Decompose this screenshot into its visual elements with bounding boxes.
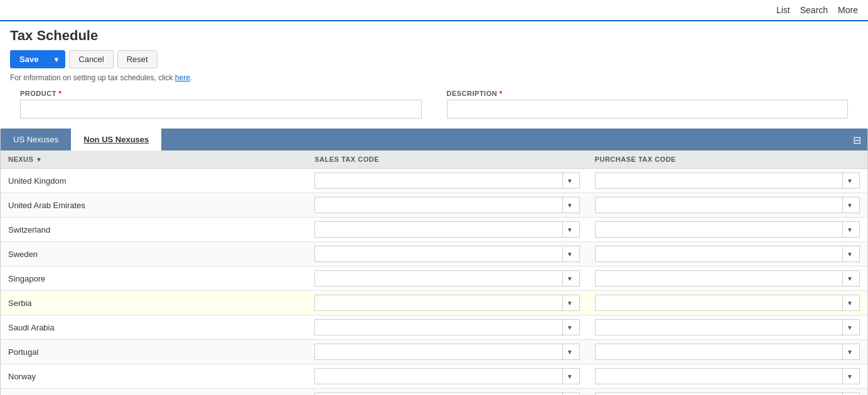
- purchase-tax-code-dropdown[interactable]: ▼: [595, 392, 860, 395]
- sales-tax-code-cell: ▼: [307, 242, 587, 266]
- sales-tax-code-dropdown[interactable]: ▼: [314, 270, 579, 287]
- chevron-down-icon: ▼: [562, 344, 577, 359]
- description-label: DESCRIPTION *: [447, 90, 849, 97]
- purchase-tax-code-cell: ▼: [587, 169, 867, 193]
- nexus-name-cell: New Zealand: [1, 389, 307, 396]
- table-icon[interactable]: ⊟: [853, 134, 861, 145]
- purchase-tax-code-dropdown[interactable]: ▼: [595, 295, 860, 311]
- tab-non-us-nexuses[interactable]: Non US Nexuses: [71, 129, 161, 150]
- sales-tax-code-dropdown[interactable]: ▼: [314, 221, 579, 238]
- sales-tax-code-cell: ▼: [307, 218, 587, 242]
- info-text: For information on setting up tax schedu…: [10, 73, 858, 82]
- reset-button[interactable]: Reset: [117, 50, 158, 68]
- purchase-tax-code-cell: ▼: [587, 340, 867, 364]
- purchase-tax-code-dropdown[interactable]: ▼: [595, 319, 860, 335]
- toolbar: Save ▼ Cancel Reset: [10, 50, 858, 68]
- purchase-tax-code-cell: ▼: [587, 193, 867, 218]
- purchase-tax-code-column-header: PURCHASE TAX CODE: [587, 150, 867, 169]
- description-input[interactable]: [447, 100, 849, 118]
- form-fields: PRODUCT * DESCRIPTION *: [10, 90, 858, 118]
- sales-tax-code-cell: ▼: [307, 291, 587, 315]
- chevron-down-icon: ▼: [562, 271, 577, 286]
- product-label: PRODUCT *: [20, 90, 422, 97]
- nexus-name-cell: Saudi Arabia: [1, 315, 307, 340]
- table-row: United Kingdom▼▼: [1, 169, 867, 193]
- purchase-tax-code-dropdown[interactable]: ▼: [595, 221, 860, 238]
- table-row: New Zealand▼▼: [1, 389, 867, 396]
- nexus-table-container: NEXUS ▼ SALES TAX CODE PURCHASE TAX CODE…: [1, 150, 867, 395]
- chevron-down-icon: ▼: [842, 198, 857, 213]
- sales-tax-code-cell: ▼: [307, 315, 587, 340]
- chevron-down-icon: ▼: [562, 198, 577, 213]
- purchase-tax-code-cell: ▼: [587, 389, 867, 396]
- sales-tax-code-dropdown[interactable]: ▼: [314, 197, 579, 213]
- product-field-group: PRODUCT *: [20, 90, 422, 118]
- nav-more-link[interactable]: More: [838, 5, 858, 15]
- sales-tax-code-cell: ▼: [307, 340, 587, 364]
- table-row: Singapore▼▼: [1, 266, 867, 291]
- nexus-name-cell: Norway: [1, 364, 307, 389]
- chevron-down-icon: ▼: [842, 344, 857, 359]
- nexus-column-header: NEXUS ▼: [1, 150, 307, 169]
- nexus-table: NEXUS ▼ SALES TAX CODE PURCHASE TAX CODE…: [1, 150, 867, 395]
- purchase-tax-code-dropdown[interactable]: ▼: [595, 246, 860, 262]
- nexus-table-body: United Kingdom▼▼United Arab Emirates▼▼Sw…: [1, 169, 867, 396]
- sales-tax-code-cell: ▼: [307, 169, 587, 193]
- sales-tax-code-cell: ▼: [307, 266, 587, 291]
- nav-list-link[interactable]: List: [776, 5, 790, 15]
- purchase-tax-code-cell: ▼: [587, 291, 867, 315]
- save-button-group: Save ▼: [10, 50, 65, 68]
- chevron-down-icon: ▼: [562, 295, 577, 310]
- sales-tax-code-dropdown[interactable]: ▼: [314, 344, 579, 360]
- table-row: Norway▼▼: [1, 364, 867, 389]
- table-row: Sweden▼▼: [1, 242, 867, 266]
- sales-tax-code-dropdown[interactable]: ▼: [314, 319, 579, 335]
- chevron-down-icon: ▼: [562, 222, 577, 237]
- sales-tax-code-dropdown[interactable]: ▼: [314, 246, 579, 262]
- table-row: Portugal▼▼: [1, 340, 867, 364]
- purchase-tax-code-dropdown[interactable]: ▼: [595, 172, 860, 189]
- table-row: Saudi Arabia▼▼: [1, 315, 867, 340]
- chevron-down-icon: ▼: [842, 369, 857, 384]
- sales-tax-code-cell: ▼: [307, 364, 587, 389]
- chevron-down-icon: ▼: [562, 369, 577, 384]
- tab-bar: US Nexuses Non US Nexuses ⊟: [1, 129, 867, 150]
- here-link[interactable]: here: [175, 73, 190, 82]
- cancel-button[interactable]: Cancel: [69, 50, 113, 68]
- purchase-tax-code-cell: ▼: [587, 315, 867, 340]
- sales-tax-code-column-header: SALES TAX CODE: [307, 150, 587, 169]
- table-header: NEXUS ▼ SALES TAX CODE PURCHASE TAX CODE: [1, 150, 867, 169]
- sales-tax-code-dropdown[interactable]: ▼: [314, 295, 579, 311]
- nexus-name-cell: Singapore: [1, 266, 307, 291]
- table-row: Serbia▼▼: [1, 291, 867, 315]
- sales-tax-code-cell: ▼: [307, 193, 587, 218]
- chevron-down-icon: ▼: [842, 222, 857, 237]
- save-button[interactable]: Save: [10, 50, 47, 68]
- product-input[interactable]: [20, 100, 422, 118]
- purchase-tax-code-cell: ▼: [587, 364, 867, 389]
- nexus-tab-section: US Nexuses Non US Nexuses ⊟ NEXUS ▼ SALE…: [0, 129, 868, 395]
- save-dropdown-button[interactable]: ▼: [47, 50, 65, 68]
- sales-tax-code-dropdown[interactable]: ▼: [314, 368, 579, 384]
- nav-search-link[interactable]: Search: [800, 5, 828, 15]
- chevron-down-icon: ▼: [842, 320, 857, 335]
- purchase-tax-code-dropdown[interactable]: ▼: [595, 197, 860, 213]
- tab-us-nexuses[interactable]: US Nexuses: [1, 129, 71, 150]
- description-field-group: DESCRIPTION *: [447, 90, 849, 118]
- purchase-tax-code-cell: ▼: [587, 266, 867, 291]
- sales-tax-code-dropdown[interactable]: ▼: [314, 172, 579, 189]
- chevron-down-icon: ▼: [842, 246, 857, 261]
- table-row: United Arab Emirates▼▼: [1, 193, 867, 218]
- purchase-tax-code-dropdown[interactable]: ▼: [595, 368, 860, 384]
- chevron-down-icon: ▼: [842, 271, 857, 286]
- purchase-tax-code-dropdown[interactable]: ▼: [595, 344, 860, 360]
- purchase-tax-code-cell: ▼: [587, 218, 867, 242]
- purchase-tax-code-dropdown[interactable]: ▼: [595, 270, 860, 287]
- sales-tax-code-dropdown[interactable]: ▼: [314, 392, 579, 395]
- chevron-down-icon: ▼: [562, 173, 577, 188]
- chevron-down-icon: ▼: [842, 173, 857, 188]
- nexus-name-cell: Portugal: [1, 340, 307, 364]
- nexus-name-cell: Serbia: [1, 291, 307, 315]
- chevron-down-icon: ▼: [842, 295, 857, 310]
- nexus-name-cell: United Kingdom: [1, 169, 307, 193]
